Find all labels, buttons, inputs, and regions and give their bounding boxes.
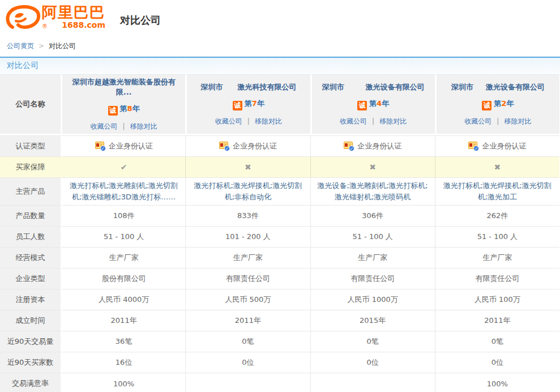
check-icon: ✔ <box>121 163 127 172</box>
cheng-badge-icon: 诚 <box>108 106 118 116</box>
favorite-company-link[interactable]: 收藏公司 <box>215 117 242 125</box>
cell-satisfaction <box>185 373 310 392</box>
cell-company-type: 股份有限公司 <box>61 268 185 289</box>
cheng-badge-icon: 诚 <box>482 101 491 110</box>
row-cert-type: 认证类型 ✓企业身份认证 ✓企业身份认证 ✓企业身份认证 ✓企业身份认证 <box>0 135 559 156</box>
row-established: 成立时间 2011年 2011年 2015年 2011年 <box>0 310 559 331</box>
row-label-satisfaction-rate: 交易满意率 <box>0 373 61 392</box>
link-divider: | <box>247 117 250 125</box>
row-label-business-model: 经营模式 <box>0 247 61 268</box>
cell-business-model: 生产厂家 <box>185 247 310 268</box>
redacted-text <box>223 84 237 90</box>
cell-buyers: 0位 <box>310 352 435 373</box>
company-column-4: 深圳市激光设备有限公司 诚第2年 收藏公司|移除对比 <box>435 74 559 135</box>
row-registered-capital: 注册资本 人民币 4000万 人民币 500万 人民币 1000万 人民币 10… <box>0 289 559 310</box>
cell-satisfaction: 100% <box>61 373 185 392</box>
section-header: 对比公司 <box>0 57 560 74</box>
cell-established: 2011年 <box>185 310 310 331</box>
cell-established: 2015年 <box>310 310 435 331</box>
row-label-trade-volume-90d: 近90天交易量 <box>0 331 61 352</box>
cell-product-count: 108件 <box>61 205 185 226</box>
row-label-product-count: 产品数量 <box>0 205 61 226</box>
redacted-text <box>344 84 366 90</box>
favorite-company-link[interactable]: 收藏公司 <box>464 117 491 125</box>
cell-buyers: 0位 <box>435 352 559 373</box>
cell-products[interactable]: 激光打标机;激光焊接机;激光切割机;非标自动化 <box>185 177 310 205</box>
cell-employees: 51 - 100 人 <box>435 226 559 247</box>
alibaba-logo-icon <box>5 5 41 31</box>
enterprise-cert-icon: ✓ <box>468 142 478 150</box>
remove-compare-link[interactable]: 移除对比 <box>379 117 407 125</box>
cell-established: 2011年 <box>61 310 185 331</box>
cell-trade-volume: 0笔 <box>435 331 559 352</box>
cell-cert: ✓企业身份认证 <box>310 135 435 156</box>
link-divider: | <box>372 117 374 125</box>
company-name-link[interactable]: 深圳市超越激光智能装备股份有限... <box>66 77 182 97</box>
company-column-2: 深圳市激光科技有限公司 诚第7年 收藏公司|移除对比 <box>185 74 310 135</box>
cell-trade-volume: 0笔 <box>310 331 435 352</box>
page-title: 对比公司 <box>120 14 161 27</box>
enterprise-cert-icon: ✓ <box>95 142 105 150</box>
registered-mark: ® <box>42 23 48 29</box>
company-years: 诚第2年 <box>440 99 556 110</box>
cheng-badge-icon: 诚 <box>233 101 242 110</box>
enterprise-cert-icon: ✓ <box>219 142 229 150</box>
link-divider: | <box>497 117 499 125</box>
row-label-cert-type: 认证类型 <box>0 135 61 156</box>
breadcrumb: 公司黄页>对比公司 <box>0 34 560 57</box>
row-employee-count: 员工人数 51 - 100 人 101 - 200 人 51 - 100 人 5… <box>0 226 559 247</box>
cheng-badge-icon: 诚 <box>357 101 367 110</box>
cell-employees: 51 - 100 人 <box>61 226 185 247</box>
cell-guarantee: ✖ <box>310 156 435 177</box>
cell-trade-volume: 36笔 <box>61 331 185 352</box>
company-name-link[interactable]: 深圳市激光科技有限公司 <box>190 82 306 92</box>
row-satisfaction-rate: 交易满意率 100% 100% <box>0 373 559 392</box>
cell-trade-volume: 0笔 <box>185 331 310 352</box>
cell-business-model: 生产厂家 <box>435 247 559 268</box>
cross-icon: ✖ <box>245 163 251 172</box>
remove-compare-link[interactable]: 移除对比 <box>130 122 157 130</box>
row-business-model: 经营模式 生产厂家 生产厂家 生产厂家 生产厂家 <box>0 247 559 268</box>
cell-company-type: 有限责任公司 <box>435 268 559 289</box>
cell-products[interactable]: 激光打标机;激光焊接机;激光切割机;激光加工 <box>435 177 559 205</box>
logo-domain: 1688.com <box>62 20 105 29</box>
breadcrumb-separator: > <box>39 42 44 50</box>
link-divider: | <box>123 122 125 130</box>
row-label-established: 成立时间 <box>0 310 61 331</box>
cross-icon: ✖ <box>369 163 376 172</box>
company-column-3: 深圳市激光设备有限公司 诚第4年 收藏公司|移除对比 <box>310 74 435 135</box>
cell-products[interactable]: 激光设备;激光雕刻机;激光打标机;激光镭射机;激光喷码机 <box>310 177 435 205</box>
cell-products[interactable]: 激光打标机;激光雕刻机;激光切割机;激光镭雕机;3D激光打标…… <box>61 177 185 205</box>
company-name-link[interactable]: 深圳市激光设备有限公司 <box>315 82 431 92</box>
cell-guarantee: ✔ <box>61 156 185 177</box>
remove-compare-link[interactable]: 移除对比 <box>255 117 282 125</box>
row-label-employee-count: 员工人数 <box>0 226 61 247</box>
company-years: 诚第8年 <box>66 104 182 116</box>
cell-buyers: 0位 <box>185 352 310 373</box>
page-header: 阿里巴巴 ® 1688.com 对比公司 <box>0 0 560 34</box>
row-trade-volume-90d: 近90天交易量 36笔 0笔 0笔 0笔 <box>0 331 559 352</box>
redacted-text <box>473 84 486 90</box>
company-name-link[interactable]: 深圳市激光设备有限公司 <box>440 82 556 92</box>
cell-guarantee: ✖ <box>435 156 559 177</box>
enterprise-cert-icon: ✓ <box>344 142 354 150</box>
row-company-name: 公司名称 深圳市超越激光智能装备股份有限... 诚第8年 收藏公司|移除对比 深… <box>0 74 559 135</box>
cell-buyers: 16位 <box>61 352 185 373</box>
cell-company-type: 有限责任公司 <box>185 268 310 289</box>
cell-satisfaction <box>310 373 435 392</box>
cell-satisfaction: 100% <box>435 373 559 392</box>
row-buyer-count-90d: 近90天买家数 16位 0位 0位 0位 <box>0 352 559 373</box>
alibaba-logo[interactable]: 阿里巴巴 ® 1688.com <box>5 5 105 31</box>
row-label-company-name: 公司名称 <box>0 74 61 135</box>
cell-capital: 人民币 4000万 <box>61 289 185 310</box>
cell-business-model: 生产厂家 <box>310 247 435 268</box>
favorite-company-link[interactable]: 收藏公司 <box>340 117 367 125</box>
breadcrumb-home-link[interactable]: 公司黄页 <box>7 42 34 50</box>
cell-cert: ✓企业身份认证 <box>185 135 310 156</box>
row-main-products: 主营产品 激光打标机;激光雕刻机;激光切割机;激光镭雕机;3D激光打标…… 激光… <box>0 177 559 205</box>
company-years: 诚第4年 <box>315 99 431 110</box>
remove-compare-link[interactable]: 移除对比 <box>504 117 531 125</box>
favorite-company-link[interactable]: 收藏公司 <box>91 122 118 130</box>
logo-text: 阿里巴巴 ® 1688.com <box>42 5 105 29</box>
cell-employees: 101 - 200 人 <box>185 226 310 247</box>
